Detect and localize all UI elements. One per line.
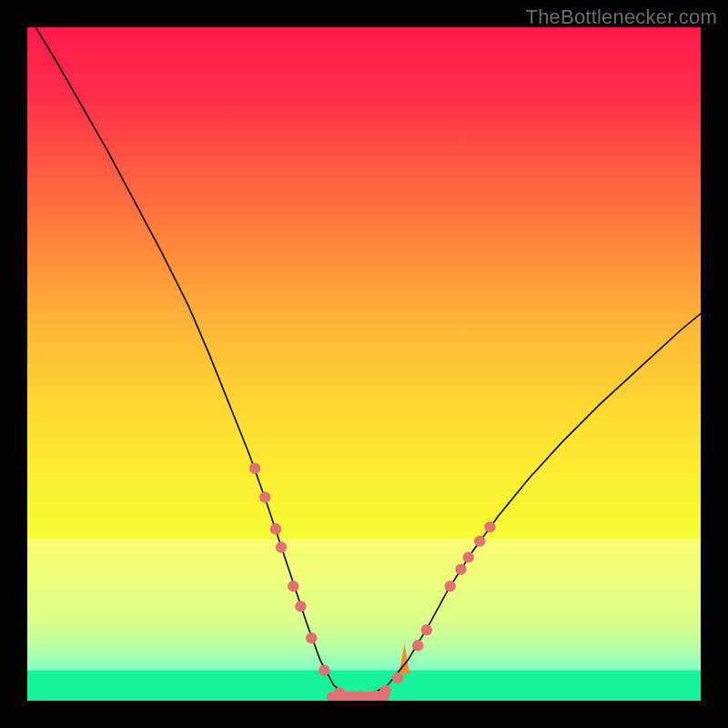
data-marker	[474, 535, 485, 546]
data-marker	[270, 523, 281, 534]
data-marker	[421, 624, 432, 635]
data-marker	[392, 672, 403, 683]
data-marker	[484, 521, 495, 532]
data-marker	[455, 564, 466, 575]
data-marker	[445, 581, 456, 592]
data-marker	[463, 551, 474, 562]
highlight-band	[27, 539, 701, 670]
data-marker	[412, 640, 423, 651]
watermark-label: TheBottlenecker.com	[526, 5, 717, 29]
data-marker	[276, 541, 287, 552]
data-marker	[379, 685, 390, 696]
plot-area	[27, 27, 701, 701]
data-marker	[288, 581, 298, 592]
data-marker	[318, 665, 329, 676]
data-marker	[295, 601, 306, 612]
chart-svg	[27, 27, 701, 701]
data-marker	[306, 632, 317, 643]
chart-frame: TheBottlenecker.com	[0, 0, 728, 728]
data-marker	[334, 687, 345, 698]
data-marker	[249, 463, 260, 474]
data-marker	[259, 491, 270, 502]
